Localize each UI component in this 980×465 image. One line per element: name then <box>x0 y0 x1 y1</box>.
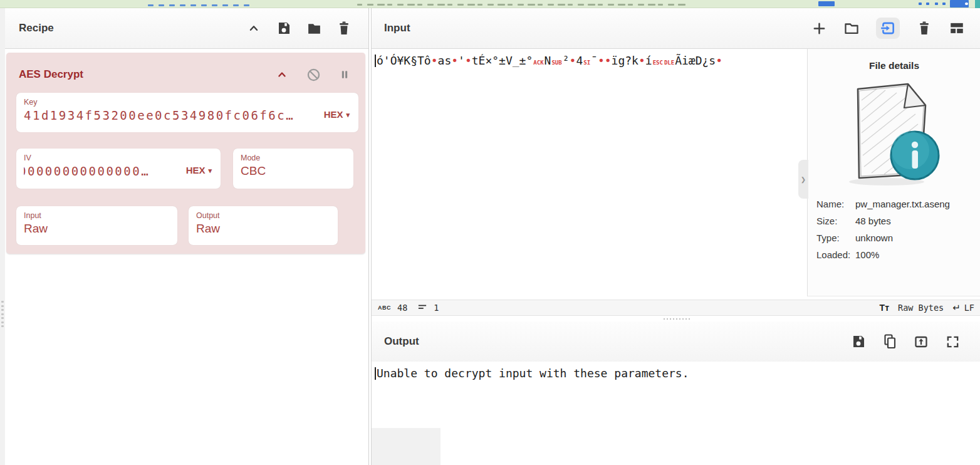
save-output-button[interactable] <box>850 333 867 350</box>
control-char-label: ESC <box>652 60 664 66</box>
input-type-select[interactable]: Raw <box>24 222 169 236</box>
save-recipe-button[interactable] <box>276 20 292 36</box>
clear-recipe-button[interactable] <box>336 20 352 36</box>
character-encoding-button[interactable]: Tᴛ <box>880 303 889 313</box>
input-text[interactable]: ó'Ó¥K§Tô•as•'•tÉ×°±V_±°ACKNSUB²•4SI¯••ïg… <box>375 54 722 67</box>
file-detail-value: pw_manager.txt.aseng <box>855 196 971 212</box>
file-detail-value: 100% <box>855 246 971 263</box>
collapse-operation-button[interactable] <box>274 66 290 83</box>
file-detail-row: Name:pw_manager.txt.aseng <box>816 196 980 212</box>
file-detail-value: 48 bytes <box>855 212 971 229</box>
key-field[interactable]: Key 41d1934f53200ee0c534980fc06f6c… HEX … <box>16 93 358 132</box>
control-char-dot: • <box>716 54 722 67</box>
input-text-run: N <box>545 54 551 67</box>
maximise-output-button[interactable] <box>944 333 961 350</box>
banner-remnant <box>447 4 452 6</box>
breakpoint-operation-button[interactable] <box>336 66 353 83</box>
key-encoding-dropdown[interactable]: HEX ▾ <box>324 109 350 120</box>
banner-remnant <box>437 4 445 6</box>
text-cursor <box>375 367 376 380</box>
top-banner-remnant <box>0 0 980 8</box>
splitter-dots <box>1 321 4 323</box>
copy-output-button[interactable] <box>882 333 898 350</box>
clear-io-button[interactable] <box>916 20 932 36</box>
splitter-dots <box>689 318 690 320</box>
key-input[interactable]: 41d1934f53200ee0c534980fc06f6c… <box>24 108 350 122</box>
operation-title-row: AES Decrypt <box>6 53 365 93</box>
open-file-button[interactable] <box>843 20 860 36</box>
banner-remnant <box>357 4 362 6</box>
io-pane: Input ó'Ó¥ <box>371 8 980 465</box>
splitter-dots <box>685 318 687 320</box>
layout-button[interactable] <box>949 20 965 36</box>
splitter-dots <box>667 318 668 320</box>
banner-remnant <box>935 3 938 5</box>
layout-icon <box>949 20 965 36</box>
operation-aes-decrypt[interactable]: AES Decrypt Key 41d1934f53200ee0c <box>6 53 365 254</box>
cyberchef-app: Recipe AES Decrypt <box>0 8 980 465</box>
output-area[interactable]: Unable to decrypt input with these param… <box>372 362 980 465</box>
encoding-value[interactable]: Raw Bytes <box>898 303 944 313</box>
io-splitter[interactable] <box>372 316 980 321</box>
iv-input[interactable]: 00000000000000… <box>24 164 155 178</box>
open-input-button[interactable] <box>876 18 900 39</box>
banner-remnant <box>588 4 595 6</box>
splitter-dots <box>664 318 665 320</box>
banner-remnant <box>538 4 543 6</box>
mode-select[interactable]: CBC <box>241 164 345 178</box>
banner-remnant <box>417 4 422 6</box>
collapse-recipe-button[interactable] <box>246 20 262 36</box>
control-char-dot: • <box>465 54 472 67</box>
banner-remnant <box>222 4 228 6</box>
input-title: Input <box>384 22 410 34</box>
input-header: Input <box>372 8 980 49</box>
folder-open-icon <box>843 20 860 36</box>
add-input-tab-button[interactable] <box>811 20 827 36</box>
banner-remnant <box>648 4 655 6</box>
input-editor[interactable]: ó'Ó¥K§Tô•as•'•tÉ×°±V_±°ACKNSUB²•4SI¯••ïg… <box>372 49 980 300</box>
banner-remnant <box>919 3 922 5</box>
copy-icon <box>882 333 897 350</box>
banner-remnant <box>457 4 464 6</box>
save-icon <box>276 21 291 36</box>
output-header: Output <box>372 321 980 362</box>
operations-splitter[interactable] <box>0 8 5 465</box>
file-detail-label: Type: <box>816 229 855 246</box>
file-detail-row: Size:48 bytes <box>816 212 980 229</box>
input-status-bar: ABC 48 1 Tᴛ Raw Bytes ↵ LF <box>372 300 980 316</box>
banner-remnant <box>668 4 674 6</box>
input-text-run: 4 <box>576 54 583 67</box>
banner-remnant <box>926 3 929 5</box>
input-type-field[interactable]: Input Raw <box>16 206 177 245</box>
output-text: Unable to decrypt input with these param… <box>375 367 689 380</box>
output-type-field[interactable]: Output Raw <box>189 206 338 245</box>
input-text-run: ² <box>563 54 570 67</box>
ban-icon <box>306 67 321 83</box>
splitter-dots <box>1 325 4 327</box>
banner-remnant <box>477 4 482 6</box>
eol-value: LF <box>964 303 974 313</box>
splitter-dots <box>1 305 4 307</box>
mode-field[interactable]: Mode CBC <box>233 149 353 189</box>
control-char-label: SI <box>583 60 591 66</box>
eol-selector[interactable]: ↵ LF <box>952 302 974 313</box>
banner-remnant <box>628 4 633 6</box>
recipe-panel: Recipe AES Decrypt <box>5 8 369 465</box>
save-icon <box>851 334 866 349</box>
splitter-dots <box>1 309 4 311</box>
iv-encoding-dropdown[interactable]: HEX ▾ <box>186 165 212 175</box>
iv-field[interactable]: IV 00000000000000… HEX ▾ <box>16 149 221 189</box>
input-text-run: ó'Ó¥K§Tô <box>377 54 431 67</box>
load-recipe-button[interactable] <box>306 20 322 36</box>
file-detail-row: Loaded:100% <box>816 246 980 263</box>
line-count: 1 <box>434 303 439 313</box>
banner-remnant <box>487 4 494 6</box>
disable-operation-button[interactable] <box>305 66 321 83</box>
caret-down-icon: ▾ <box>208 167 212 175</box>
banner-remnant <box>397 4 404 6</box>
file-details-collapse-tab[interactable]: ❯ <box>798 160 808 199</box>
output-type-select[interactable]: Raw <box>196 222 329 236</box>
replace-input-button[interactable] <box>913 333 929 350</box>
input-text-run: ïg?k <box>612 54 639 67</box>
file-info-icon <box>831 75 957 193</box>
